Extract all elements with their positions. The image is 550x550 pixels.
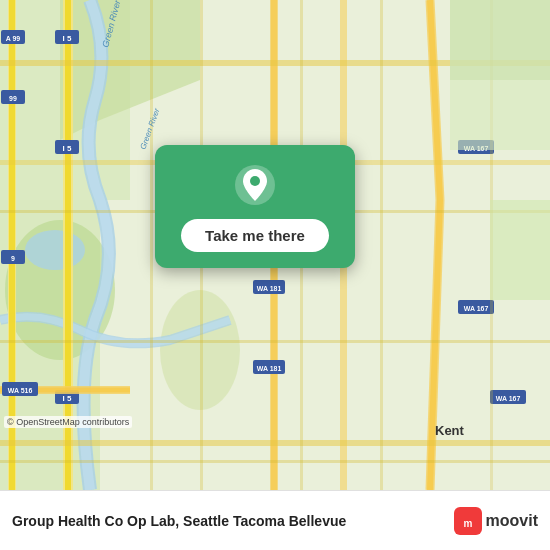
svg-point-6 bbox=[25, 230, 85, 270]
svg-text:WA 516: WA 516 bbox=[8, 387, 33, 394]
moovit-logo: m moovit bbox=[454, 507, 538, 535]
svg-text:I 5: I 5 bbox=[63, 34, 72, 43]
map-attribution: © OpenStreetMap contributors bbox=[4, 416, 132, 428]
svg-rect-54 bbox=[490, 200, 550, 300]
svg-text:WA 167: WA 167 bbox=[464, 305, 489, 312]
svg-text:WA 181: WA 181 bbox=[257, 365, 282, 372]
location-pin-icon bbox=[233, 163, 277, 207]
svg-text:I 5: I 5 bbox=[63, 394, 72, 403]
moovit-label: moovit bbox=[486, 512, 538, 530]
svg-text:I 5: I 5 bbox=[63, 144, 72, 153]
svg-rect-50 bbox=[450, 0, 550, 80]
location-info: Group Health Co Op Lab, Seattle Tacoma B… bbox=[12, 513, 454, 529]
svg-rect-43 bbox=[0, 460, 550, 463]
take-me-there-button[interactable]: Take me there bbox=[181, 219, 329, 252]
svg-rect-40 bbox=[0, 440, 550, 446]
moovit-icon: m bbox=[454, 507, 482, 535]
svg-point-56 bbox=[250, 176, 260, 186]
svg-rect-47 bbox=[380, 0, 383, 490]
bottom-bar: Group Health Co Op Lab, Seattle Tacoma B… bbox=[0, 490, 550, 550]
svg-rect-42 bbox=[0, 340, 550, 343]
svg-text:99: 99 bbox=[9, 95, 17, 102]
svg-text:Kent: Kent bbox=[435, 423, 465, 438]
svg-rect-44 bbox=[150, 0, 153, 490]
svg-text:m: m bbox=[463, 518, 472, 529]
svg-text:WA 167: WA 167 bbox=[496, 395, 521, 402]
svg-text:WA 181: WA 181 bbox=[257, 285, 282, 292]
popup-card: Take me there bbox=[155, 145, 355, 268]
location-title: Group Health Co Op Lab, Seattle Tacoma B… bbox=[12, 513, 454, 529]
svg-text:9: 9 bbox=[11, 255, 15, 262]
map-container: I 5 I 5 I 5 A 99 99 9 WA 181 WA 181 WA 1… bbox=[0, 0, 550, 490]
svg-text:A 99: A 99 bbox=[6, 35, 21, 42]
